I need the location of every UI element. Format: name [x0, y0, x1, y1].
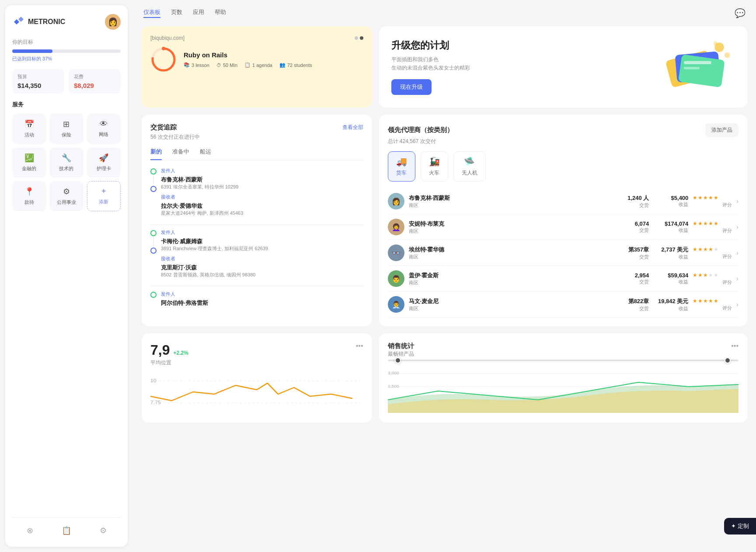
agent-tab-truck[interactable]: 🚚 货车	[388, 151, 415, 182]
tracking-view-all[interactable]: 查看全部	[342, 124, 363, 131]
service-item-public[interactable]: ⚙ 公用事业	[49, 181, 83, 211]
drone-icon: 🛸	[464, 156, 475, 167]
progress-bar-fill	[12, 49, 52, 53]
agent-rating-label-4: 评分	[693, 305, 732, 311]
agent-avatar-3: 👨	[388, 270, 404, 287]
sender-addr-1: 6391 埃尔全圣塞莱, 特拉华州 10299	[161, 184, 363, 190]
add-product-button[interactable]: 添加产品	[705, 123, 739, 137]
service-item-insurance[interactable]: ⊞ 保险	[49, 114, 83, 144]
tracking-card: 交货追踪 查看全部 56 次交付正在进行中 新的 准备中 船运	[142, 115, 372, 326]
service-item-activity[interactable]: 📅 活动	[12, 114, 46, 144]
customize-button[interactable]: ✦ 定制	[724, 518, 756, 535]
slider-track[interactable]	[388, 360, 739, 361]
tracking-tabs: 新的 准备中 船运	[150, 148, 363, 161]
svg-point-2	[162, 47, 165, 50]
public-icon: ⚙	[63, 187, 70, 196]
upgrade-button[interactable]: 现在升级	[391, 79, 432, 95]
agent-region-1: 南区	[409, 228, 619, 234]
star3: ★	[703, 195, 708, 201]
agents-card: 领先代理商（按类别） 添加产品 总计 424,567 次交付 🚚 货车 🚂 火车…	[379, 115, 747, 326]
agent-rating-label-3: 评分	[693, 279, 732, 286]
metric-top: 7,9 +2.2% 平均位置 •••	[150, 342, 363, 367]
expense-label: 花费	[74, 73, 115, 80]
duration-icon: ⏱	[216, 63, 221, 68]
star4: ★	[708, 246, 713, 252]
agent-revenue-value-1: $174,074	[653, 220, 688, 227]
agent-rating-0: ★★★★★ 评分	[693, 195, 732, 208]
service-item-add[interactable]: + 添新	[87, 181, 121, 211]
service-item-finance[interactable]: 💹 金融的	[12, 147, 46, 178]
receiver-dot-2	[150, 248, 157, 254]
agent-arrow-2[interactable]: ›	[736, 249, 739, 256]
nav-dashboard[interactable]: 仪表板	[143, 8, 160, 18]
agent-name-2: 埃丝特·霍华德	[409, 246, 619, 254]
delivery-item-2: 发件人 卡梅伦·威廉姆森 3891 Ranchview 理查森博士, 加利福尼亚…	[150, 229, 363, 278]
service-grid: 📅 活动 ⊞ 保险 👁 网络 💹 金融的 🔧 技术的 🚀 护理卡 📍 款待 ⚙	[12, 114, 121, 211]
svg-rect-9	[684, 61, 711, 64]
svg-text:7.75: 7.75	[150, 400, 161, 405]
delivery-icon-col1	[150, 168, 157, 217]
star3: ★	[703, 220, 708, 227]
service-item-reception[interactable]: 📍 款待	[12, 181, 46, 211]
nav-pages[interactable]: 页数	[171, 8, 182, 18]
svg-text:10: 10	[150, 378, 157, 383]
slider-handle-left[interactable]	[395, 357, 401, 363]
metric-more-button[interactable]: •••	[356, 342, 363, 350]
delivery-icon-col3	[150, 291, 157, 307]
agent-arrow-0[interactable]: ›	[736, 198, 739, 205]
agent-revenue-label-0: 收益	[653, 201, 688, 208]
sales-more-button[interactable]: •••	[731, 342, 739, 350]
service-label-insurance: 保险	[62, 132, 71, 138]
service-item-care[interactable]: 🚀 护理卡	[87, 147, 121, 178]
agent-tab-train[interactable]: 🚂 火车	[421, 151, 448, 182]
sender-name-3: 阿尔伯特·弗洛雷斯	[161, 299, 363, 307]
metric-chart-svg: 10 7.75	[150, 370, 363, 414]
service-item-network[interactable]: 👁 网络	[87, 114, 121, 144]
service-label-network: 网络	[99, 131, 108, 138]
agent-avatar-4: 👨‍💼	[388, 296, 404, 313]
delivery-item-3: 发件人 阿尔伯特·弗洛雷斯	[150, 291, 363, 307]
agent-revenue-1: $174,074 收益	[653, 220, 688, 234]
agent-info-4: 马文·麦金尼 南区	[409, 297, 619, 312]
nav-help[interactable]: 帮助	[215, 8, 226, 18]
star1: ★	[693, 272, 697, 278]
agent-arrow-4[interactable]: ›	[736, 301, 739, 308]
service-item-tech[interactable]: 🔧 技术的	[49, 147, 83, 178]
agent-name-3: 盖伊·霍金斯	[409, 272, 619, 279]
receiver-section-2: 接收者 克里斯汀·沃森 8502 普雷斯顿路, 英格尔伍德, 缅因州 98380	[161, 255, 363, 278]
slider-handle-right[interactable]	[725, 357, 731, 363]
expense-value: $8,029	[74, 82, 115, 89]
tab-shipping[interactable]: 船运	[200, 148, 211, 160]
chat-icon[interactable]: 💬	[735, 8, 746, 18]
agent-tabs: 🚚 货车 🚂 火车 🛸 无人机	[388, 151, 739, 182]
agents-table: 👩 布鲁克林·西蒙斯 南区 1,240 人 交货 $5,400 收益	[388, 189, 739, 318]
agent-deliveries-value-3: 2,954	[623, 272, 649, 279]
agent-rating-4: ★★★★★ 评分	[693, 298, 732, 311]
agent-arrow-1[interactable]: ›	[736, 224, 739, 231]
slider-row	[388, 360, 739, 361]
delivery-content-3: 发件人 阿尔伯特·弗洛雷斯	[161, 291, 363, 307]
star4: ★	[708, 298, 713, 304]
budget-row: 预算 $14,350 花费 $8,029	[12, 69, 121, 94]
user-avatar[interactable]: 👩	[105, 14, 121, 30]
connector-1	[153, 175, 154, 184]
sender-dot-3	[150, 292, 157, 298]
agent-tab-drone[interactable]: 🛸 无人机	[453, 151, 486, 182]
agent-arrow-3[interactable]: ›	[736, 275, 739, 282]
agent-name-1: 安妮特·布莱克	[409, 220, 619, 228]
receiver-label-2: 接收者	[161, 255, 363, 262]
layers-icon[interactable]: ⊗	[24, 523, 36, 538]
tab-new[interactable]: 新的	[150, 148, 162, 160]
expense-card: 花费 $8,029	[69, 69, 121, 94]
star3: ★	[703, 298, 708, 304]
receiver-name-2: 克里斯汀·沃森	[161, 264, 363, 272]
file-icon[interactable]: 📋	[59, 523, 74, 538]
star5: ★	[714, 272, 718, 278]
settings-icon[interactable]: ⚙	[97, 523, 109, 538]
upgrade-text: 升级您的计划 平面插图和我们多色 生动的未混合紫色头发女士的精彩 现在升级	[391, 39, 470, 95]
agent-row-0: 👩 布鲁克林·西蒙斯 南区 1,240 人 交货 $5,400 收益	[388, 189, 739, 214]
nav-apps[interactable]: 应用	[193, 8, 204, 18]
progress-text: 已达到目标的 37%	[12, 56, 121, 62]
tab-preparing[interactable]: 准备中	[172, 148, 189, 160]
svg-text:2,500: 2,500	[388, 384, 399, 388]
